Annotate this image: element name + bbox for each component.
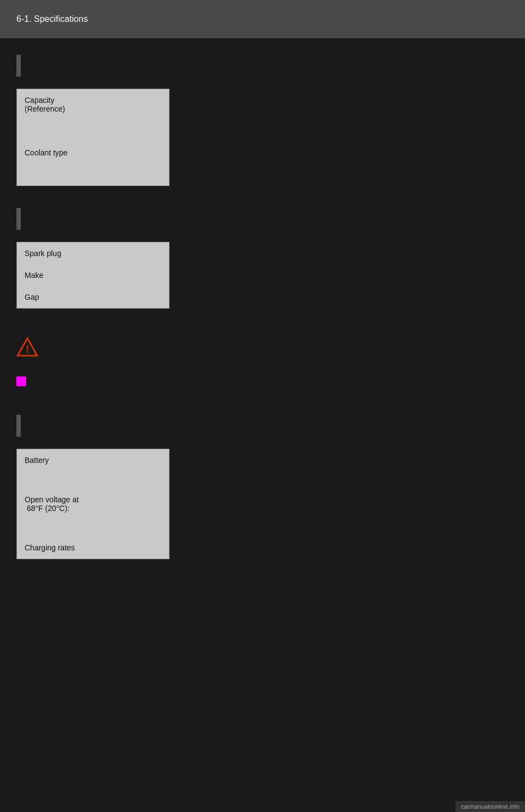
table-row: Charging rates	[17, 537, 170, 559]
charging-rates-cell: Charging rates	[17, 537, 170, 559]
page-content: Capacity(Reference) Coolant type Spark p…	[0, 38, 525, 598]
pink-square-marker	[16, 376, 26, 386]
table-row: Coolant type	[17, 120, 170, 185]
table-row: Spark plug	[17, 242, 170, 264]
section-title-bar-spark	[16, 208, 509, 235]
warning-icon: !	[16, 336, 38, 358]
section-marker-coolant	[16, 55, 21, 77]
footer-text: carmanualsonline.info	[461, 803, 520, 810]
open-voltage-cell: Open voltage at 68°F (20°C):	[17, 471, 170, 537]
caution-area: !	[16, 330, 509, 363]
section-title-bar-coolant	[16, 55, 509, 82]
page-header: 6-1. Specifications	[0, 0, 525, 38]
table-row: Make	[17, 264, 170, 286]
table-row: Gap	[17, 286, 170, 309]
capacity-cell: Capacity(Reference)	[17, 89, 170, 120]
battery-table: Battery Open voltage at 68°F (20°C): Cha…	[16, 449, 170, 559]
svg-text:!: !	[26, 344, 29, 355]
battery-cell: Battery	[17, 449, 170, 471]
spark-plug-section: Spark plug Make Gap	[16, 208, 509, 309]
coolant-type-cell: Coolant type	[17, 120, 170, 185]
table-row: Battery	[17, 449, 170, 471]
table-row: Capacity(Reference)	[17, 89, 170, 120]
table-row: Open voltage at 68°F (20°C):	[17, 471, 170, 537]
section-marker-spark	[16, 208, 21, 230]
page-title: 6-1. Specifications	[16, 14, 88, 24]
coolant-table: Capacity(Reference) Coolant type	[16, 89, 170, 186]
warning-section: !	[16, 330, 509, 393]
section-marker-battery	[16, 415, 21, 437]
footer: carmanualsonline.info	[456, 801, 525, 812]
section-title-bar-battery	[16, 415, 509, 442]
battery-section: Battery Open voltage at 68°F (20°C): Cha…	[16, 415, 509, 559]
spark-plug-cell: Spark plug	[17, 242, 170, 264]
coolant-section: Capacity(Reference) Coolant type	[16, 55, 509, 186]
gap-cell: Gap	[17, 286, 170, 309]
spark-plug-table: Spark plug Make Gap	[16, 242, 170, 309]
make-cell: Make	[17, 264, 170, 286]
